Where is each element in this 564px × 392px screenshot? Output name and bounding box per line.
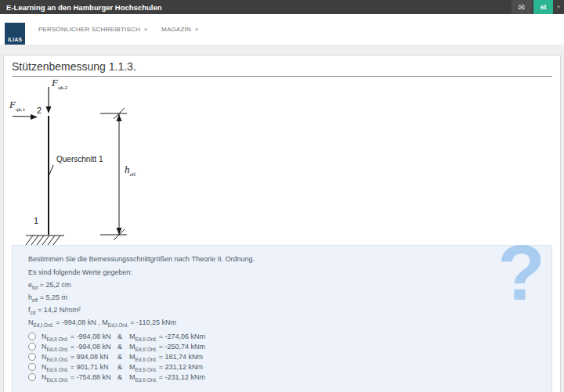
option-ampersand: & bbox=[118, 333, 129, 340]
option-m-value: MEd,II.Ord. = -274,06 kNm bbox=[129, 333, 205, 340]
user-menu-caret-icon[interactable]: ▼ bbox=[553, 0, 564, 14]
option-ampersand: & bbox=[118, 373, 129, 381]
radio-button-option-2[interactable] bbox=[28, 343, 36, 351]
radio-button-option-4[interactable] bbox=[28, 363, 36, 371]
option-n-value: NEd,II.Ord. = -754,88 kN bbox=[42, 373, 118, 381]
option-n-value: NEd,II.Ord. = 901,71 kN bbox=[42, 363, 118, 371]
answer-option-row: NEd,II.Ord. = 901,71 kN & MEd,II.Ord. = … bbox=[28, 363, 536, 371]
topbar-title: E-Learning an den Hamburger Hochschulen bbox=[0, 0, 512, 14]
radio-button-option-3[interactable] bbox=[28, 353, 36, 361]
node-top-label: 2 bbox=[37, 106, 42, 115]
nav-item-label: MAGAZIN bbox=[161, 26, 191, 33]
answer-option-row: NEd,II.Ord. = -754,88 kN & MEd,II.Ord. =… bbox=[28, 373, 536, 381]
option-m-value: MEd,II.Ord. = 231,12 kNm bbox=[129, 363, 203, 371]
radio-button-option-1[interactable] bbox=[28, 333, 36, 340]
force-top-label: Fqk,2 bbox=[52, 77, 67, 91]
radio-button-option-5[interactable] bbox=[28, 373, 36, 381]
chevron-down-icon: ▼ bbox=[194, 27, 199, 32]
page-title: Stützenbemessung 1.1.3. bbox=[12, 60, 552, 73]
main-menu: PERSÖNLICHER SCHREIBTISCH ▼ MAGAZIN ▼ bbox=[25, 14, 199, 45]
given-value-heff: heff = 5,25 m bbox=[28, 293, 536, 302]
given-value-fcd: fcd = 14,2 N/mm² bbox=[28, 306, 536, 315]
option-m-value: MEd,II.Ord. = 181,74 kNm bbox=[129, 353, 203, 361]
nav-item-label: PERSÖNLICHER SCHREIBTISCH bbox=[38, 26, 140, 33]
force-left-label: Fqk,1 bbox=[9, 99, 25, 113]
option-ampersand: & bbox=[118, 343, 129, 351]
topbar: E-Learning an den Hamburger Hochschulen … bbox=[0, 0, 564, 14]
option-n-value: NEd,II.Ord. = 994,08 kN bbox=[42, 353, 118, 361]
answer-option-row: NEd,II.Ord. = 994,08 kN & MEd,II.Ord. = … bbox=[28, 353, 536, 361]
node-bottom-label: 1 bbox=[34, 216, 38, 225]
option-m-value: MEd,II.Ord. = -231,12 kNm bbox=[129, 373, 205, 381]
question-box: ? Bestimmen Sie die Bemessungsschnittgrö… bbox=[12, 245, 552, 392]
question-prompt: Bestimmen Sie die Bemessungsschnittgröße… bbox=[28, 255, 536, 264]
given-value-nm-first-order: NEd,I.Ord. = -994,08 kN , MEd,I.Ord. = -… bbox=[28, 318, 536, 327]
column-diagram: Fqk,2 Fqk,1 2 Querschnitt 1 heff 1 bbox=[6, 77, 179, 245]
option-n-value: NEd,II.Ord. = -994,08 kN bbox=[42, 343, 118, 351]
given-intro: Es sind folgende Werte gegeben: bbox=[28, 268, 536, 277]
user-badge[interactable]: st bbox=[533, 0, 553, 14]
option-n-value: NEd,II.Ord. = -994,08 kN bbox=[42, 333, 118, 340]
chevron-down-icon: ▼ bbox=[143, 27, 148, 32]
nav-item-personal-desktop[interactable]: PERSÖNLICHER SCHREIBTISCH ▼ bbox=[38, 14, 148, 45]
answer-option-row: NEd,II.Ord. = -994,08 kN & MEd,II.Ord. =… bbox=[28, 333, 536, 340]
navbar: ILIAS PERSÖNLICHER SCHREIBTISCH ▼ MAGAZI… bbox=[0, 14, 564, 45]
answer-options: NEd,II.Ord. = -994,08 kN & MEd,II.Ord. =… bbox=[28, 333, 536, 381]
content-panel: Stützenbemessung 1.1.3. bbox=[3, 55, 561, 392]
height-label: heff bbox=[125, 164, 136, 178]
section-label: Querschnitt 1 bbox=[56, 155, 103, 164]
option-ampersand: & bbox=[118, 363, 129, 371]
answer-option-row: NEd,II.Ord. = -994,08 kN & MEd,II.Ord. =… bbox=[28, 343, 536, 351]
mail-button[interactable]: ✉ bbox=[512, 0, 532, 14]
nav-item-magazin[interactable]: MAGAZIN ▼ bbox=[161, 14, 199, 45]
ilias-logo[interactable]: ILIAS bbox=[5, 23, 25, 45]
option-m-value: MEd,II.Ord. = -250,74 kNm bbox=[129, 343, 205, 351]
given-value-etot: etot = 25,2 cm bbox=[28, 281, 536, 290]
option-ampersand: & bbox=[118, 353, 129, 361]
page-background: Stützenbemessung 1.1.3. bbox=[0, 45, 564, 392]
envelope-icon: ✉ bbox=[519, 3, 525, 12]
